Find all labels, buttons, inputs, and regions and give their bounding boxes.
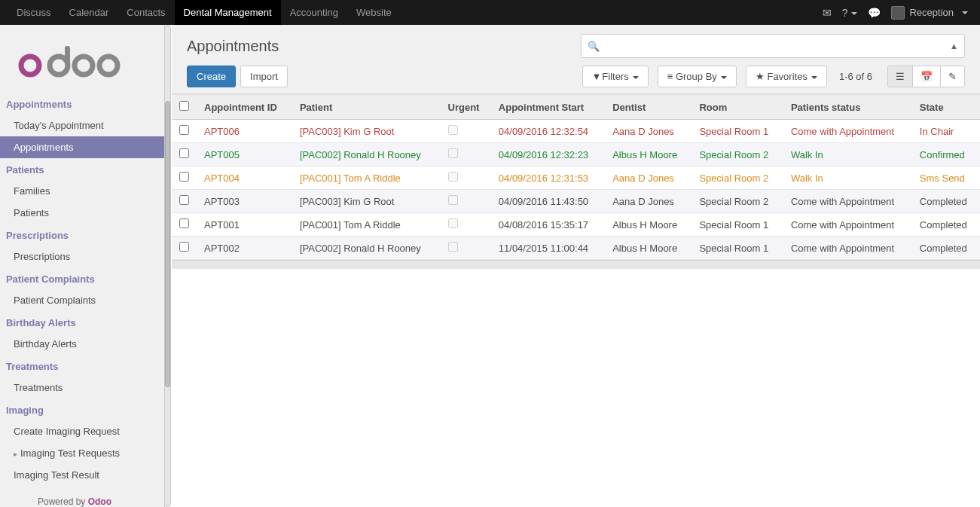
table-row[interactable]: APT005[PAC002] Ronald H Rooney04/09/2016… (172, 143, 980, 166)
cell: [PAC002] Ronald H Rooney (292, 143, 441, 166)
favorites-button[interactable]: ★ Favorites (746, 66, 827, 87)
row-checkbox[interactable] (179, 125, 189, 135)
help-icon[interactable]: ? (842, 7, 858, 19)
col-urgent[interactable]: Urgent (441, 95, 491, 120)
col-dentist[interactable]: Dentist (605, 95, 691, 120)
cell (441, 166, 491, 190)
user-menu[interactable]: Reception (891, 6, 968, 20)
table-row[interactable]: APT006[PAC003] Kim G Root04/09/2016 12:3… (172, 120, 980, 143)
cell (441, 143, 491, 166)
search-expand-icon[interactable]: ▲ (950, 41, 958, 50)
list-icon: ≡ (667, 71, 676, 82)
list-view-button[interactable]: ☰ (888, 66, 912, 87)
row-checkbox[interactable] (179, 148, 189, 158)
svg-point-1 (75, 57, 93, 75)
col-patient[interactable]: Patient (292, 95, 441, 120)
cell: 04/09/2016 12:32:54 (491, 120, 605, 143)
urgent-checkbox (448, 195, 458, 205)
cell: In Chair (912, 120, 980, 143)
mail-icon[interactable]: ✉ (823, 7, 832, 19)
search-icon: 🔍 (588, 41, 600, 52)
star-icon: ★ (756, 71, 768, 82)
cell: APT003 (197, 190, 292, 213)
table-row[interactable]: APT002[PAC002] Ronald H Rooney11/04/2015… (172, 237, 980, 260)
cell: [PAC002] Ronald H Rooney (292, 237, 441, 260)
search-box[interactable]: 🔍 ▲ (581, 34, 965, 58)
cell: Aana D Jones (605, 190, 691, 213)
sidebar-item-label: Imaging Test Result (14, 469, 99, 481)
sidebar-header-patient-complaints[interactable]: Patient Complaints (0, 267, 164, 289)
cell: Come with Appointment (783, 190, 912, 213)
cell: Walk In (783, 143, 912, 166)
sidebar-header-prescriptions[interactable]: Prescriptions (0, 224, 164, 246)
row-checkbox[interactable] (179, 242, 189, 252)
search-input[interactable] (604, 41, 950, 52)
avatar-icon (891, 6, 905, 20)
groupby-button[interactable]: ≡ Group By (658, 66, 737, 87)
sidebar-item-patient-complaints[interactable]: Patient Complaints (0, 289, 164, 311)
topnav-item-website[interactable]: Website (347, 0, 401, 25)
urgent-checkbox (448, 148, 458, 158)
sidebar-item-create-imaging-request[interactable]: Create Imaging Request (0, 420, 164, 442)
urgent-checkbox (448, 172, 458, 182)
col-state[interactable]: State (912, 95, 980, 120)
topnav-item-contacts[interactable]: Contacts (118, 0, 174, 25)
sidebar-item-today-s-appointment[interactable]: Today's Appointment (0, 115, 164, 136)
sidebar-header-appointments[interactable]: Appointments (0, 93, 164, 115)
appointments-table: Appointment IDPatientUrgentAppointment S… (172, 94, 980, 260)
cell: Albus H Moore (605, 143, 691, 166)
table-h-scrollbar[interactable] (172, 260, 980, 269)
row-checkbox[interactable] (179, 218, 189, 228)
topnav-item-discuss[interactable]: Discuss (8, 0, 60, 25)
table-row[interactable]: APT004[PAC001] Tom A Riddle04/09/2016 12… (172, 166, 980, 190)
top-nav: DiscussCalendarContactsDental Management… (0, 0, 980, 25)
cell (441, 190, 491, 213)
row-checkbox[interactable] (179, 195, 189, 205)
create-button[interactable]: Create (187, 66, 236, 87)
logo (0, 25, 164, 93)
cell (441, 120, 491, 143)
cell: 04/09/2016 11:43:50 (491, 190, 605, 213)
table-row[interactable]: APT003[PAC003] Kim G Root04/09/2016 11:4… (172, 190, 980, 213)
col-room[interactable]: Room (691, 95, 783, 120)
filters-button[interactable]: ▼ Filters (582, 66, 649, 87)
calendar-view-button[interactable]: 📅 (912, 66, 940, 87)
sidebar-header-treatments[interactable]: Treatments (0, 355, 164, 377)
pager-label: 1-6 of 6 (839, 71, 872, 82)
col-appointment-start[interactable]: Appointment Start (491, 95, 605, 120)
table-row[interactable]: APT001[PAC001] Tom A Riddle04/08/2016 15… (172, 213, 980, 237)
topnav-item-dental-management[interactable]: Dental Management (175, 0, 281, 25)
sidebar-header-patients[interactable]: Patients (0, 158, 164, 180)
filter-icon: ▼ (592, 71, 603, 82)
sidebar-item-families[interactable]: Families (0, 180, 164, 202)
sidebar: AppointmentsToday's AppointmentAppointme… (0, 25, 165, 507)
sidebar-item-imaging-test-requests[interactable]: ▸Imaging Test Requests (0, 442, 164, 464)
import-button[interactable]: Import (240, 66, 288, 87)
sidebar-item-patients[interactable]: Patients (0, 202, 164, 224)
sidebar-scrollbar[interactable] (164, 25, 171, 507)
topnav-item-calendar[interactable]: Calendar (60, 0, 118, 25)
col-appointment-id[interactable]: Appointment ID (197, 95, 292, 120)
row-checkbox[interactable] (179, 172, 189, 182)
sidebar-item-appointments[interactable]: Appointments (0, 136, 164, 158)
urgent-checkbox (448, 242, 458, 252)
chat-icon[interactable]: 💬 (868, 7, 881, 19)
sidebar-item-label: Birthday Alerts (14, 338, 77, 350)
cell: Come with Appointment (783, 120, 912, 143)
cell: Confirmed (912, 143, 980, 166)
sidebar-item-birthday-alerts[interactable]: Birthday Alerts (0, 333, 164, 355)
topnav-item-accounting[interactable]: Accounting (281, 0, 347, 25)
sidebar-item-treatments[interactable]: Treatments (0, 377, 164, 399)
sidebar-item-label: Imaging Test Requests (20, 447, 120, 459)
cell: Come with Appointment (783, 237, 912, 260)
sidebar-header-birthday-alerts[interactable]: Birthday Alerts (0, 311, 164, 333)
col-patients-status[interactable]: Patients status (783, 95, 912, 120)
sidebar-item-prescriptions[interactable]: Prescriptions (0, 246, 164, 267)
cell: Special Room 2 (691, 190, 783, 213)
cell: APT004 (197, 166, 292, 190)
sidebar-header-imaging[interactable]: Imaging (0, 399, 164, 420)
sidebar-item-imaging-test-result[interactable]: Imaging Test Result (0, 464, 164, 486)
select-all-checkbox[interactable] (179, 101, 189, 111)
form-view-button[interactable]: ✎ (940, 66, 964, 87)
cell: Completed (912, 190, 980, 213)
